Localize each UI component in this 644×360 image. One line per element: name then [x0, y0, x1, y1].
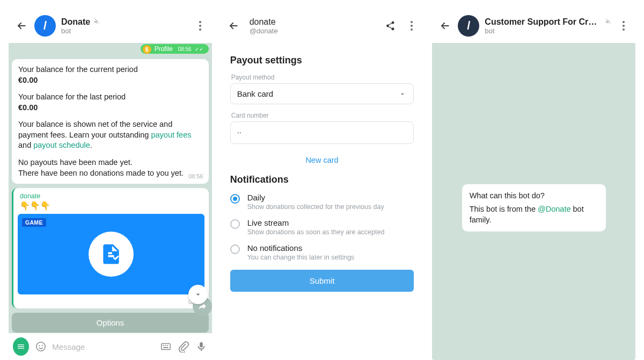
balance-value1: €0.00	[18, 75, 202, 86]
chat-header: / Customer Support For Cre… bot	[432, 9, 635, 43]
panel-support-chat: / Customer Support For Cre… bot What can…	[432, 9, 635, 360]
svg-rect-6	[167, 345, 168, 346]
avatar[interactable]: /	[458, 15, 479, 37]
back-button[interactable]	[437, 18, 452, 33]
page-title: donate	[250, 17, 380, 27]
payout-method-label: Payout method	[231, 74, 414, 81]
sticker-button[interactable]	[34, 340, 47, 354]
chat-body: $ Profile 08:56 ✓✓ Your balance for the …	[9, 43, 212, 333]
back-button[interactable]	[14, 18, 29, 33]
svg-rect-5	[165, 345, 166, 346]
explain-mid: and	[18, 141, 33, 149]
payout-method-value: Bank card	[237, 89, 274, 98]
no-payouts-line: No payouts have been made yet.	[18, 157, 202, 168]
balance-value2: €0.00	[18, 103, 202, 113]
title-block[interactable]: Donate bot	[61, 17, 188, 35]
radio-icon	[230, 244, 240, 254]
mic-button[interactable]	[195, 340, 208, 354]
radio-sub: You can change this later in settings	[247, 254, 355, 261]
chat-body: What can this bot do? This bot is from t…	[432, 43, 635, 360]
radio-label: No notifications	[247, 243, 355, 253]
chat-subtitle: bot	[61, 27, 188, 35]
radio-sub: Show donations collected for the previou…	[247, 203, 384, 211]
submit-button[interactable]: Submit	[230, 270, 414, 292]
panel-donate-chat: / Donate bot $ Profile 08:56 ✓✓ Your bal…	[9, 9, 212, 360]
scroll-to-bottom-button[interactable]	[188, 285, 208, 304]
radio-no-notifications[interactable]: No notifications You can change this lat…	[230, 243, 414, 261]
svg-rect-4	[163, 345, 164, 346]
page-subtitle: @donate	[250, 27, 380, 35]
payout-schedule-link[interactable]: payout schedule	[33, 141, 90, 149]
svg-point-1	[39, 345, 40, 346]
svg-rect-7	[163, 347, 168, 348]
info-question: What can this bot do?	[470, 190, 598, 201]
mute-icon	[93, 18, 100, 25]
chat-title: Donate	[61, 17, 90, 27]
outgoing-message[interactable]: $ Profile 08:56 ✓✓	[141, 44, 209, 54]
chat-title: Customer Support For Cre…	[485, 17, 602, 27]
bot-keyboard-button[interactable]	[159, 340, 172, 354]
message-input[interactable]	[52, 342, 154, 351]
media-emojis: 👇👇👇	[20, 201, 204, 211]
document-check-icon	[89, 232, 134, 277]
media-message[interactable]: donate 👇👇👇 GAME 08:56	[12, 188, 209, 308]
donate-mention-link[interactable]: @Donate	[538, 205, 570, 213]
radio-label: Daily	[247, 193, 384, 202]
menu-button[interactable]	[405, 19, 418, 32]
balance-message[interactable]: Your balance for the current period €0.0…	[12, 59, 209, 184]
media-preview[interactable]: GAME	[18, 214, 204, 294]
new-card-link[interactable]: New card	[230, 156, 414, 164]
outgoing-label: Profile	[155, 45, 173, 53]
card-number-value: ··	[237, 127, 241, 136]
back-button[interactable]	[226, 18, 241, 33]
outgoing-time: 08:56	[178, 46, 192, 52]
svg-point-2	[41, 345, 42, 346]
explain-pre: Your balance is shown net of the service…	[18, 120, 172, 139]
chat-subtitle: bot	[485, 27, 612, 35]
section-notifications-title: Notifications	[230, 174, 414, 185]
panel-payout-settings: donate @donate Payout settings Payout me…	[221, 9, 424, 360]
mute-icon	[605, 18, 612, 25]
message-time: 08:56	[188, 172, 203, 181]
menu-button[interactable]	[617, 19, 630, 32]
radio-label: Live stream	[247, 218, 385, 227]
avatar[interactable]: /	[34, 15, 56, 37]
info-pre: This bot is from the	[470, 205, 538, 213]
balance-explain: Your balance is shown net of the service…	[18, 119, 202, 151]
title-block[interactable]: Customer Support For Cre… bot	[485, 17, 612, 35]
menu-button[interactable]	[194, 19, 207, 32]
card-number-label: Card number	[231, 112, 414, 119]
share-button[interactable]	[385, 20, 396, 31]
radio-live-stream[interactable]: Live stream Show donations as soon as th…	[230, 218, 414, 236]
svg-rect-3	[162, 344, 171, 350]
radio-sub: Show donations as soon as they are accep…	[247, 228, 385, 236]
settings-body: Payout settings Payout method Bank card …	[221, 43, 424, 301]
game-tag: GAME	[22, 218, 46, 227]
options-button[interactable]: Options	[12, 313, 209, 333]
menu-circle-button[interactable]	[13, 337, 29, 356]
payout-method-select[interactable]: Bank card	[230, 83, 414, 104]
balance-line2: Your balance for the last period	[18, 92, 202, 103]
attach-button[interactable]	[177, 340, 189, 354]
bot-info-card: What can this bot do? This bot is from t…	[462, 184, 606, 232]
chat-header: / Donate bot	[9, 9, 212, 43]
card-number-field[interactable]: ··	[230, 121, 414, 144]
info-text: This bot is from the @Donate bot family.	[470, 204, 598, 225]
radio-icon	[230, 194, 240, 204]
coin-icon: $	[143, 45, 151, 54]
chevron-down-icon	[398, 90, 407, 98]
svg-point-0	[36, 342, 46, 351]
title-block: donate @donate	[250, 17, 380, 35]
read-ticks-icon: ✓✓	[195, 46, 203, 52]
message-composer	[9, 333, 212, 360]
keyboard-row: Options	[12, 313, 209, 333]
balance-line1: Your balance for the current period	[18, 64, 202, 75]
explain-dot: .	[90, 141, 92, 149]
no-donations-line: There have been no donations made to you…	[18, 168, 202, 179]
radio-daily[interactable]: Daily Show donations collected for the p…	[230, 193, 414, 211]
payout-fees-link[interactable]: payout fees	[151, 131, 191, 139]
settings-header: donate @donate	[221, 9, 424, 43]
section-payout-title: Payout settings	[230, 55, 414, 66]
media-source: donate	[20, 192, 204, 200]
radio-icon	[230, 219, 240, 229]
